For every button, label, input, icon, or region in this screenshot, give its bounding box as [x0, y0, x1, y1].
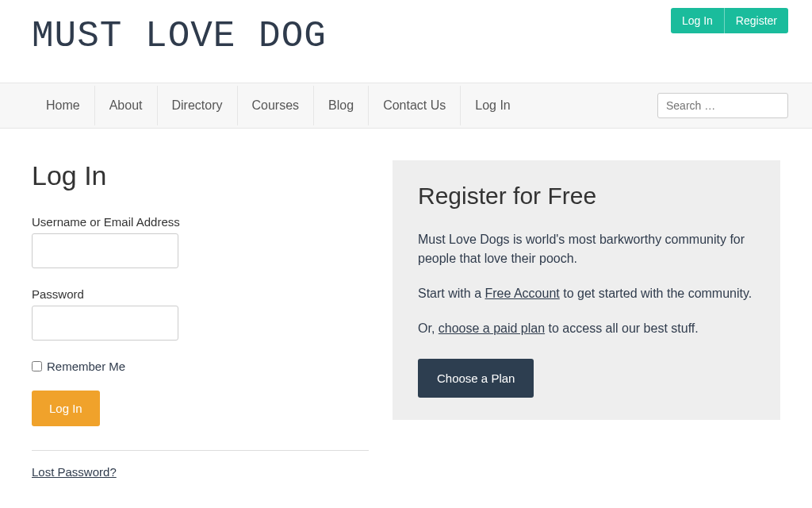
search-input[interactable]	[657, 93, 788, 118]
remember-checkbox[interactable]	[32, 361, 42, 371]
free-prefix-text: Start with a	[418, 287, 485, 300]
paid-suffix-text: to access all our best stuff.	[545, 321, 699, 335]
password-label: Password	[32, 287, 369, 301]
login-heading: Log In	[32, 160, 369, 191]
nav-item-home[interactable]: Home	[32, 86, 95, 125]
nav-item-login[interactable]: Log In	[461, 86, 524, 125]
nav-item-directory[interactable]: Directory	[158, 86, 238, 125]
auth-button-group: Log In Register	[671, 8, 788, 33]
username-input[interactable]	[32, 233, 178, 268]
register-top-button[interactable]: Register	[724, 8, 788, 33]
nav-item-contact[interactable]: Contact Us	[369, 86, 461, 125]
free-suffix-text: to get started with the community.	[560, 287, 752, 300]
register-paid-line: Or, choose a paid plan to access all our…	[418, 319, 755, 338]
lost-password-link[interactable]: Lost Password?	[32, 465, 117, 479]
site-logo[interactable]: MUST LOVE DOGS	[32, 8, 325, 67]
nav-item-courses[interactable]: Courses	[238, 86, 315, 125]
register-intro: Must Love Dogs is world's most barkworth…	[418, 230, 755, 268]
login-top-button[interactable]: Log In	[671, 8, 724, 33]
password-input[interactable]	[32, 306, 178, 341]
register-heading: Register for Free	[418, 183, 755, 210]
login-submit-button[interactable]: Log In	[32, 391, 100, 426]
nav-item-about[interactable]: About	[95, 86, 158, 125]
username-label: Username or Email Address	[32, 215, 369, 229]
paid-plan-link[interactable]: choose a paid plan	[439, 321, 545, 335]
main-nav: Home About Directory Courses Blog Contac…	[32, 86, 525, 125]
register-free-line: Start with a Free Account to get started…	[418, 284, 755, 303]
free-account-link[interactable]: Free Account	[485, 287, 559, 300]
svg-text:MUST LOVE DOGS: MUST LOVE DOGS	[32, 16, 325, 57]
divider	[32, 450, 369, 451]
nav-item-blog[interactable]: Blog	[314, 86, 369, 125]
choose-plan-button[interactable]: Choose a Plan	[418, 359, 534, 398]
remember-label: Remember Me	[47, 360, 125, 373]
paid-prefix-text: Or,	[418, 321, 439, 335]
